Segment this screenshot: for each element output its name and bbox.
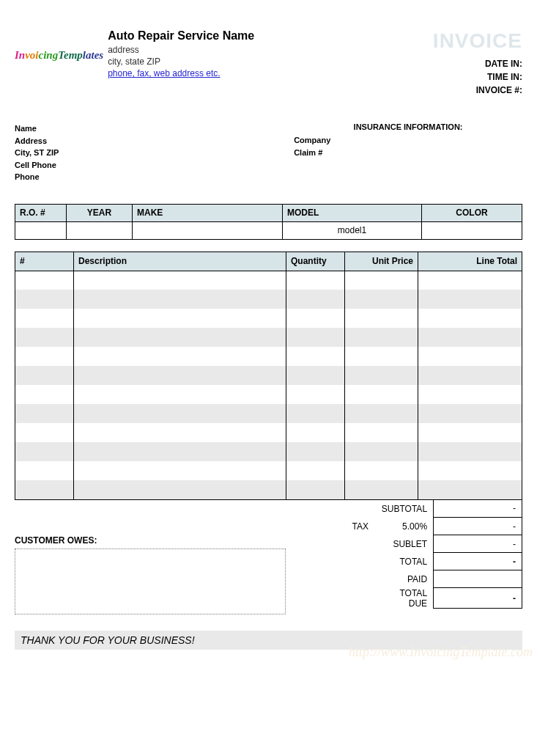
item-price[interactable] [345,309,418,328]
item-price[interactable] [345,290,418,309]
insurance-block: INSURANCE INFORMATION: Company Claim # [294,122,522,183]
item-num[interactable] [15,442,74,461]
item-desc[interactable] [74,385,286,404]
item-total[interactable] [418,423,522,442]
td-ro[interactable] [15,221,67,239]
item-qty[interactable] [286,404,345,423]
item-desc[interactable] [74,442,286,461]
item-price[interactable] [345,366,418,385]
item-desc[interactable] [74,290,286,309]
items-body [15,271,522,499]
total-due-label: TOTAL DUE [374,588,434,609]
sublet-value: - [434,535,522,553]
item-qty[interactable] [286,309,345,328]
business-text: Auto Repair Service Name address city, s… [108,29,254,80]
subtotal-label: SUBTOTAL [374,500,434,518]
item-desc[interactable] [74,423,286,442]
meta-block: DATE IN: TIME IN: INVOICE #: [433,57,522,97]
item-qty[interactable] [286,480,345,499]
item-num[interactable] [15,480,74,499]
table-row [15,442,522,461]
item-price[interactable] [345,480,418,499]
item-num[interactable] [15,290,74,309]
items-table: # Description Quantity Unit Price Line T… [15,252,522,500]
td-year[interactable] [67,221,133,239]
item-num[interactable] [15,461,74,480]
header: InvoicingTemplates Auto Repair Service N… [15,29,522,97]
paid-value[interactable] [434,570,522,588]
subtotal-value: - [434,500,522,518]
time-in-label: TIME IN: [433,70,522,84]
item-total[interactable] [418,385,522,404]
item-num[interactable] [15,347,74,366]
item-price[interactable] [345,442,418,461]
item-qty[interactable] [286,347,345,366]
item-num[interactable] [15,328,74,347]
item-price[interactable] [345,347,418,366]
business-contact-link[interactable]: phone, fax, web address etc. [108,68,220,78]
table-row [15,461,522,480]
th-make: MAKE [133,204,283,221]
item-price[interactable] [345,385,418,404]
item-total[interactable] [418,309,522,328]
item-qty[interactable] [286,423,345,442]
item-qty[interactable] [286,290,345,309]
item-qty[interactable] [286,442,345,461]
cust-name: Name [15,122,294,135]
vehicle-header-row: R.O. # YEAR MAKE MODEL COLOR [15,204,522,221]
item-total[interactable] [418,480,522,499]
table-row [15,385,522,404]
item-desc[interactable] [74,366,286,385]
item-price[interactable] [345,423,418,442]
row-total-due: TOTAL DUE - [286,588,522,609]
item-num[interactable] [15,404,74,423]
customer-owes-box[interactable] [15,548,286,614]
item-num[interactable] [15,309,74,328]
item-total[interactable] [418,328,522,347]
item-price[interactable] [345,461,418,480]
row-total: TOTAL - [286,553,522,570]
th-color: COLOR [422,204,522,221]
item-total[interactable] [418,347,522,366]
row-subtotal: SUBTOTAL - [286,500,522,518]
item-num[interactable] [15,366,74,385]
item-total[interactable] [418,404,522,423]
item-price[interactable] [345,271,418,290]
logo: InvoicingTemplates [15,50,103,80]
item-total[interactable] [418,442,522,461]
item-num[interactable] [15,423,74,442]
items-header-row: # Description Quantity Unit Price Line T… [15,252,522,271]
item-total[interactable] [418,290,522,309]
td-model[interactable]: model1 [283,221,422,239]
td-color[interactable] [422,221,522,239]
item-total[interactable] [418,461,522,480]
item-price[interactable] [345,328,418,347]
item-desc[interactable] [74,328,286,347]
item-qty[interactable] [286,271,345,290]
insurance-title: INSURANCE INFORMATION: [294,122,522,131]
item-desc[interactable] [74,271,286,290]
td-make[interactable] [133,221,283,239]
th-desc: Description [74,252,286,271]
item-total[interactable] [418,366,522,385]
item-desc[interactable] [74,480,286,499]
totals-left: CUSTOMER OWES: [15,500,286,614]
item-qty[interactable] [286,328,345,347]
item-qty[interactable] [286,385,345,404]
item-price[interactable] [345,404,418,423]
date-in-label: DATE IN: [433,57,522,70]
th-qty: Quantity [286,252,345,271]
tax-value: - [434,518,522,535]
item-num[interactable] [15,271,74,290]
item-qty[interactable] [286,461,345,480]
item-desc[interactable] [74,347,286,366]
totals-right: SUBTOTAL - TAX 5.00% - SUBLET - TOTAL - … [286,500,522,614]
item-total[interactable] [418,271,522,290]
item-num[interactable] [15,385,74,404]
item-desc[interactable] [74,309,286,328]
item-desc[interactable] [74,404,286,423]
item-desc[interactable] [74,461,286,480]
info-row: Name Address City, ST ZIP Cell Phone Pho… [15,122,522,183]
lbl-blank [286,500,374,518]
item-qty[interactable] [286,366,345,385]
